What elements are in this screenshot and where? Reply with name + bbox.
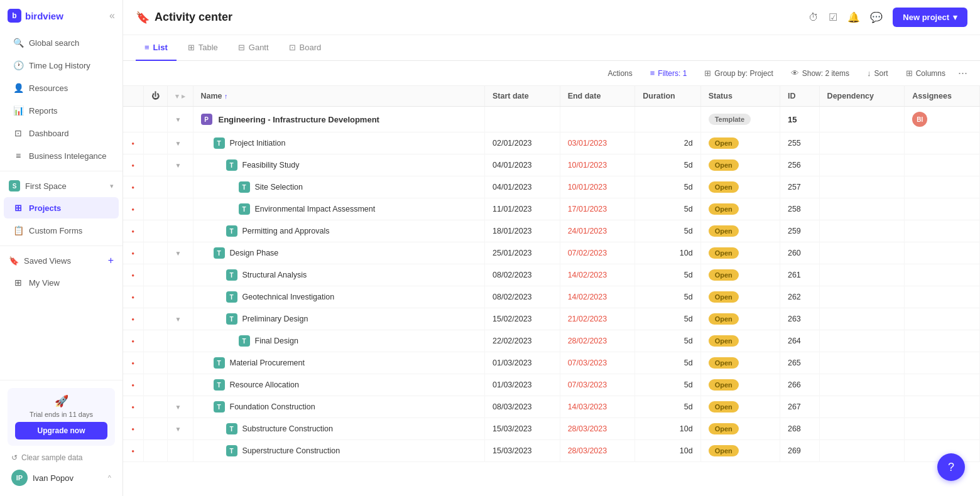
table-row: ●TGeotechnical Investigation08/02/202314… — [123, 286, 980, 308]
row-indicator: ● — [123, 374, 143, 396]
row-name-text: Geotechnical Investigation — [242, 293, 335, 301]
row-name[interactable]: TDesign Phase — [193, 242, 485, 264]
col-start-date[interactable]: Start date — [485, 86, 560, 107]
row-chevron[interactable]: ▼ — [167, 107, 193, 132]
tab-board[interactable]: ⊡ Board — [280, 35, 330, 61]
row-name[interactable]: TPreliminary Design — [193, 308, 485, 330]
expand-icon[interactable]: ▸ — [182, 92, 185, 100]
bookmark-icon: 🔖 — [9, 256, 19, 266]
row-chevron[interactable] — [167, 330, 193, 352]
row-chevron[interactable] — [167, 440, 193, 462]
row-start-date: 25/01/2023 — [485, 242, 560, 264]
row-name[interactable]: TPermitting and Approvals — [193, 220, 485, 242]
table-row: ●▼TDesign Phase25/01/202307/02/202310dOp… — [123, 242, 980, 264]
sidebar-item-custom-forms[interactable]: 📋 Custom Forms — [4, 220, 119, 241]
row-name-text: Design Phase — [230, 249, 279, 257]
row-chevron[interactable]: ▼ — [167, 418, 193, 440]
row-chevron[interactable] — [167, 286, 193, 308]
row-name[interactable]: TProject Initiation — [193, 132, 485, 154]
my-view-label: My View — [29, 278, 60, 288]
row-name[interactable]: PEngineering - Infrastructure Developmen… — [193, 107, 485, 132]
chat-icon[interactable]: 💬 — [870, 11, 883, 23]
row-name[interactable]: TFinal Design — [193, 330, 485, 352]
checkbox-icon[interactable]: ☑ — [829, 11, 837, 23]
sidebar-item-global-search[interactable]: 🔍 Global search — [4, 32, 119, 53]
row-dependency — [819, 418, 905, 440]
actions-button[interactable]: Actions — [602, 67, 637, 80]
custom-forms-label: Custom Forms — [29, 226, 82, 235]
row-name[interactable]: TSite Selection — [193, 176, 485, 198]
tab-gantt[interactable]: ⊟ Gantt — [229, 35, 278, 61]
filters-button[interactable]: ≡ Filters: 1 — [645, 66, 692, 80]
row-chevron[interactable] — [167, 198, 193, 220]
row-assignees — [905, 132, 980, 154]
collapse-icon[interactable]: ▾ — [175, 92, 179, 100]
sidebar-item-business-intelegance[interactable]: ≡ Business Intelegance — [4, 145, 119, 166]
row-chevron[interactable] — [167, 264, 193, 286]
more-options-button[interactable]: ··· — [958, 67, 967, 80]
col-id[interactable]: ID — [780, 86, 819, 107]
col-indicator — [123, 86, 143, 107]
add-view-button[interactable]: + — [108, 255, 114, 266]
show-button[interactable]: 👁 Show: 2 items — [786, 66, 854, 80]
row-chevron[interactable] — [167, 352, 193, 374]
sidebar-item-first-space[interactable]: S First Space ▾ — [0, 175, 122, 197]
collapse-all-icon[interactable]: ⏻ — [151, 92, 160, 100]
chat-bubble-button[interactable]: ? — [937, 453, 965, 481]
table-row: ●▼TProject Initiation02/01/202303/01/202… — [123, 132, 980, 154]
row-chevron[interactable]: ▼ — [167, 396, 193, 418]
row-name[interactable]: TSuperstructure Construction — [193, 440, 485, 462]
row-name[interactable]: TSubstructure Construction — [193, 418, 485, 440]
col-duration[interactable]: Duration — [635, 86, 700, 107]
clear-sample-button[interactable]: ↺ Clear sample data — [8, 451, 115, 465]
columns-button[interactable]: ⊞ Columns — [901, 66, 950, 80]
forms-icon: 📋 — [13, 225, 24, 235]
row-chevron[interactable] — [167, 176, 193, 198]
row-name[interactable]: TGeotechnical Investigation — [193, 286, 485, 308]
sidebar-item-reports[interactable]: 📊 Reports — [4, 100, 119, 121]
row-name[interactable]: TMaterial Procurement — [193, 352, 485, 374]
row-chevron[interactable] — [167, 374, 193, 396]
row-name[interactable]: TEnvironmental Impact Assessment — [193, 198, 485, 220]
table-row: ▼PEngineering - Infrastructure Developme… — [123, 107, 980, 132]
row-chevron[interactable]: ▼ — [167, 132, 193, 154]
col-status[interactable]: Status — [700, 86, 780, 107]
timer-icon[interactable]: ⏱ — [808, 12, 819, 23]
sort-button[interactable]: ↓ Sort — [862, 66, 893, 80]
sidebar-item-my-view[interactable]: ⊞ My View — [4, 272, 119, 293]
row-name-text: Superstructure Construction — [242, 446, 340, 455]
sidebar-item-time-log-history[interactable]: 🕐 Time Log History — [4, 55, 119, 76]
logo[interactable]: b birdview — [8, 9, 63, 23]
row-name[interactable]: TResource Allocation — [193, 374, 485, 396]
col-dependency[interactable]: Dependency — [819, 86, 905, 107]
row-id: 266 — [780, 374, 819, 396]
group-by-button[interactable]: ⊞ Group by: Project — [699, 66, 778, 80]
col-assignees[interactable]: Assignees — [905, 86, 980, 107]
row-name[interactable]: TFoundation Construction — [193, 396, 485, 418]
col-name[interactable]: Name ↑ — [193, 86, 485, 107]
sidebar-item-projects[interactable]: ⊞ Projects — [4, 197, 119, 218]
row-id: 269 — [780, 440, 819, 462]
row-indicator: ● — [123, 176, 143, 198]
tab-list[interactable]: ≡ List — [136, 35, 177, 61]
col-end-date[interactable]: End date — [560, 86, 635, 107]
upgrade-button[interactable]: Upgrade now — [15, 422, 107, 439]
row-chevron[interactable]: ▼ — [167, 242, 193, 264]
sidebar-saved-views[interactable]: 🔖 Saved Views + — [0, 250, 122, 271]
row-name[interactable]: TStructural Analysis — [193, 264, 485, 286]
row-end-date — [560, 107, 635, 132]
tab-table[interactable]: ⊞ Table — [179, 35, 227, 61]
sidebar-item-resources[interactable]: 👤 Resources — [4, 77, 119, 99]
row-chevron[interactable]: ▼ — [167, 308, 193, 330]
dashboard-label: Dashboard — [29, 129, 69, 138]
row-name[interactable]: TFeasibility Study — [193, 154, 485, 176]
bell-icon[interactable]: 🔔 — [847, 11, 860, 23]
user-row[interactable]: IP Ivan Popov ^ — [8, 465, 115, 488]
row-chevron[interactable] — [167, 220, 193, 242]
bookmark-title-icon: 🔖 — [136, 11, 150, 24]
sidebar-item-dashboard[interactable]: ⊡ Dashboard — [4, 122, 119, 144]
sidebar-collapse-button[interactable]: « — [109, 10, 115, 21]
row-dependency — [819, 242, 905, 264]
new-project-button[interactable]: New project ▾ — [893, 8, 967, 27]
row-chevron[interactable]: ▼ — [167, 154, 193, 176]
